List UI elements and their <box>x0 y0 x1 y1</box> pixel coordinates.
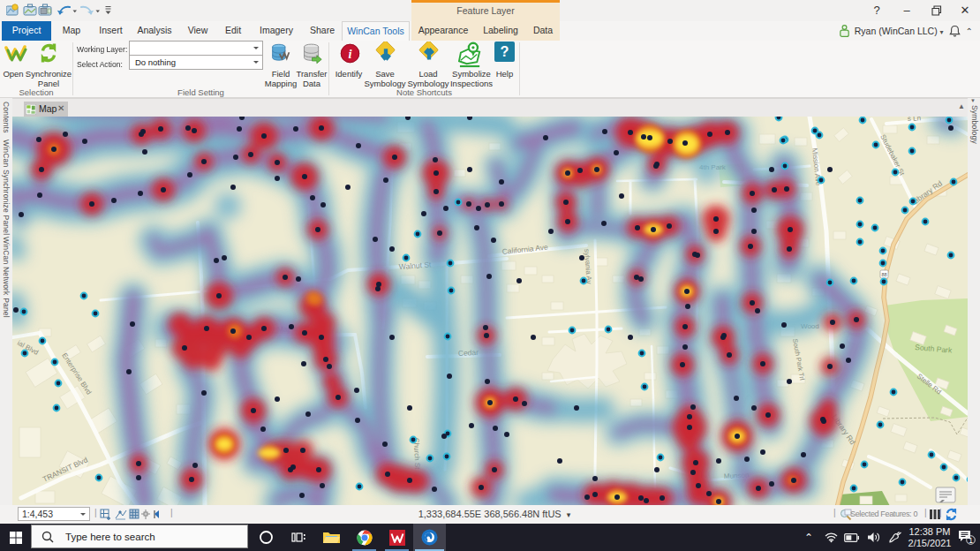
svg-text:s Ln: s Ln <box>908 117 922 123</box>
svg-text:88: 88 <box>881 272 886 277</box>
svg-text:?: ? <box>501 43 509 59</box>
svg-text:i: i <box>348 47 351 61</box>
svg-text:1: 1 <box>969 536 973 545</box>
